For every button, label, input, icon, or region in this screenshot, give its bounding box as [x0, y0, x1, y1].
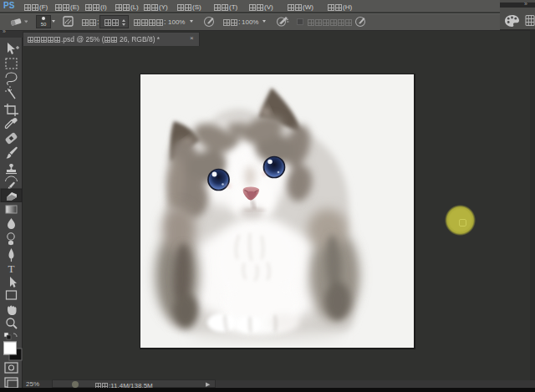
svg-text:T: T [8, 262, 15, 275]
